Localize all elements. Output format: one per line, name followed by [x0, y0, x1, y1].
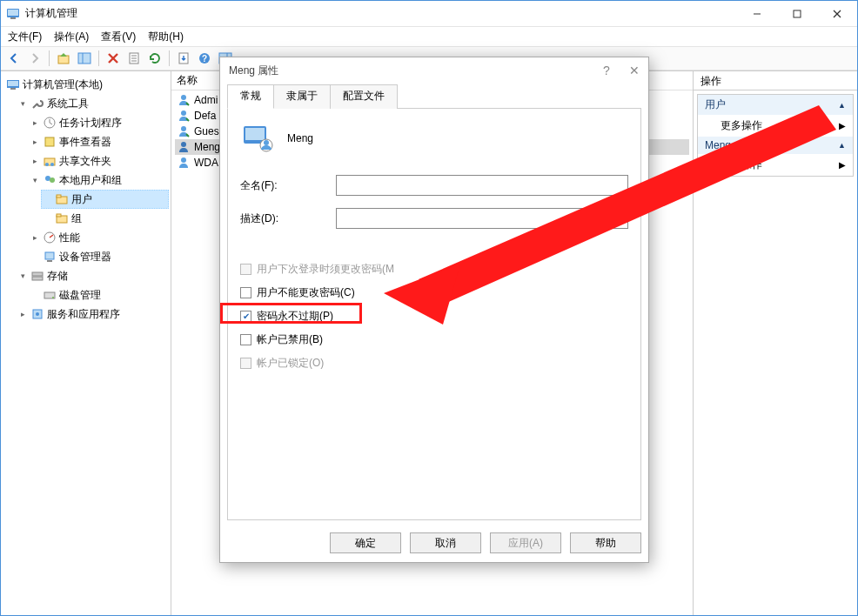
tree-event-viewer[interactable]: ▸事件查看器	[29, 132, 169, 151]
expand-icon[interactable]: ▾	[18, 271, 28, 281]
expand-icon[interactable]: ▾	[30, 176, 40, 185]
svg-rect-36	[45, 252, 54, 259]
tab-general[interactable]: 常规	[227, 84, 274, 109]
cancel-button[interactable]: 取消	[410, 532, 481, 553]
dialog-close-button[interactable]: ✕	[620, 57, 648, 84]
action-more-meng[interactable]: 更多操作 ▶	[698, 154, 853, 176]
tree-groups[interactable]: 组	[41, 209, 169, 228]
delete-button[interactable]	[104, 49, 123, 68]
ok-button[interactable]: 确定	[330, 532, 401, 553]
tree-shared-folders[interactable]: ▸共享文件夹	[29, 151, 169, 171]
tree-pane[interactable]: 计算机管理(本地) ▾ 系统工具 ▸任务计划程序 ▸事件查看器	[1, 71, 171, 615]
fullname-input[interactable]	[336, 175, 628, 196]
tree-services-apps[interactable]: ▸服务和应用程序	[17, 305, 169, 324]
dialog-buttons: 确定 取消 应用(A) 帮助	[227, 532, 641, 553]
tree-label: 存储	[47, 267, 68, 285]
tree-label: 共享文件夹	[59, 152, 111, 170]
svg-point-48	[181, 157, 186, 163]
svg-rect-39	[32, 277, 43, 280]
chk-password-never-expires[interactable]: 密码永不过期(P)	[240, 309, 628, 324]
up-button[interactable]	[54, 49, 73, 68]
properties-button[interactable]	[124, 49, 144, 68]
tree-storage[interactable]: ▾存储	[17, 266, 169, 285]
list-item-label: Meng	[194, 139, 220, 155]
tree-disk-management[interactable]: 磁盘管理	[29, 285, 169, 305]
svg-rect-37	[47, 260, 52, 262]
user-icon	[177, 140, 191, 154]
tree-device-manager[interactable]: 设备管理器	[29, 247, 169, 266]
tree-label: 设备管理器	[59, 248, 111, 265]
action-more-users[interactable]: 更多操作 ▶	[698, 115, 853, 137]
svg-rect-4	[794, 10, 801, 17]
menu-file[interactable]: 文件(F)	[8, 30, 42, 44]
titlebar: 计算机管理	[1, 1, 857, 27]
user-icon	[177, 156, 191, 170]
tree-system-tools[interactable]: ▾ 系统工具	[17, 94, 169, 113]
help-button[interactable]: 帮助	[570, 532, 641, 553]
svg-text:?: ?	[202, 54, 207, 64]
tab-memberof[interactable]: 隶属于	[273, 84, 331, 109]
maximize-button[interactable]	[777, 1, 817, 27]
menu-action[interactable]: 操作(A)	[54, 30, 89, 44]
action-box: 用户 ▲ 更多操作 ▶ Meng ▲ 更多操作 ▶	[697, 94, 854, 177]
expand-icon[interactable]: ▸	[30, 157, 40, 166]
app-icon	[6, 7, 20, 21]
checkbox-icon[interactable]	[240, 287, 251, 298]
tab-profile[interactable]: 配置文件	[330, 84, 398, 109]
chevron-right-icon: ▶	[839, 121, 846, 131]
users-icon	[43, 173, 57, 187]
chk-account-disabled[interactable]: 帐户已禁用(B)	[240, 332, 628, 347]
close-button[interactable]	[817, 1, 857, 27]
user-icon	[177, 109, 191, 123]
tree-label: 性能	[59, 229, 80, 246]
action-section-users[interactable]: 用户 ▲	[698, 95, 853, 115]
menu-view[interactable]: 查看(V)	[101, 30, 136, 44]
services-icon	[30, 307, 44, 321]
svg-point-46	[181, 126, 186, 131]
fullname-row: 全名(F):	[240, 175, 628, 196]
username-display: Meng	[287, 132, 313, 144]
action-section-label: Meng	[705, 139, 731, 151]
expand-icon[interactable]: ▸	[30, 233, 40, 243]
tools-icon	[30, 97, 44, 110]
dialog-title: Meng 属性	[229, 64, 278, 78]
description-input[interactable]	[336, 208, 628, 229]
tree-performance[interactable]: ▸性能	[29, 228, 169, 247]
expand-icon[interactable]: ▸	[18, 310, 28, 319]
export-list-button[interactable]	[174, 49, 193, 68]
checkbox-icon[interactable]	[240, 311, 251, 322]
tree-local-users-groups[interactable]: ▾本地用户和组	[29, 171, 169, 190]
list-item-label: Gues	[194, 124, 219, 139]
back-button[interactable]	[4, 49, 23, 68]
collapse-icon: ▲	[838, 141, 846, 150]
apply-button[interactable]: 应用(A)	[490, 532, 561, 553]
checkbox-label: 密码永不过期(P)	[257, 309, 333, 324]
tab-panel-general: Meng 全名(F): 描述(D): 用户下次登录时须更改密码(M 用户不能更改…	[227, 108, 641, 520]
disk-icon	[43, 288, 57, 302]
action-section-label: 用户	[705, 97, 726, 112]
window-title: 计算机管理	[25, 6, 77, 21]
svg-point-43	[36, 312, 39, 316]
dialog-help-button[interactable]: ?	[593, 57, 620, 84]
chk-account-locked: 帐户已锁定(O)	[240, 356, 628, 371]
expand-icon[interactable]: ▾	[18, 99, 28, 109]
forward-button[interactable]	[25, 49, 44, 68]
tree-label: 事件查看器	[59, 133, 111, 151]
minimize-button[interactable]	[737, 1, 777, 27]
checkbox-icon[interactable]	[240, 334, 251, 345]
storage-icon	[30, 269, 44, 283]
expand-icon[interactable]: ▸	[30, 137, 40, 147]
tree-root[interactable]: 计算机管理(本地)	[4, 75, 169, 94]
action-section-meng[interactable]: Meng ▲	[698, 137, 853, 154]
show-hide-tree-button[interactable]	[75, 49, 94, 68]
help-button[interactable]: ?	[195, 49, 214, 68]
tree-label: 用户	[71, 191, 92, 208]
menu-help[interactable]: 帮助(H)	[148, 30, 184, 44]
refresh-button[interactable]	[145, 49, 164, 68]
chk-cannot-change-password[interactable]: 用户不能更改密码(C)	[240, 285, 628, 300]
tree-users[interactable]: 用户	[41, 190, 169, 209]
computer-icon	[6, 77, 20, 91]
expand-icon[interactable]: ▸	[30, 118, 40, 128]
tree-task-scheduler[interactable]: ▸任务计划程序	[29, 113, 169, 132]
clock-icon	[43, 116, 57, 130]
